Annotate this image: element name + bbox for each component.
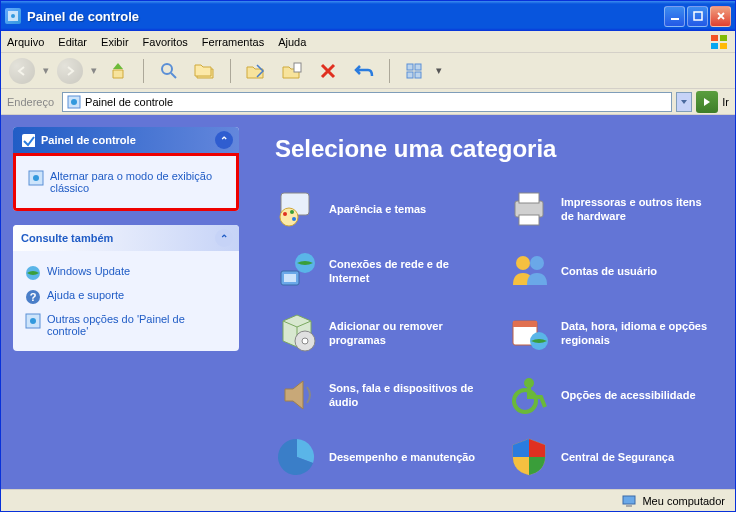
category-grid: Aparência e temas Impressoras e outros i… <box>275 187 711 479</box>
svg-rect-9 <box>294 63 301 72</box>
cat-users[interactable]: Contas de usuário <box>507 249 711 293</box>
sidebar: Painel de controle ⌃ Alternar para o mod… <box>1 115 251 489</box>
svg-rect-31 <box>519 215 539 225</box>
cat-label: Impressoras e outros itens de hardware <box>561 195 711 224</box>
link-text: Outras opções do 'Painel de controle' <box>47 313 227 337</box>
network-icon <box>275 249 319 293</box>
panel-control-panel: Painel de controle ⌃ Alternar para o mod… <box>13 127 239 211</box>
go-label: Ir <box>722 96 729 108</box>
other-options-link[interactable]: Outras opções do 'Painel de controle' <box>25 309 227 341</box>
svg-point-23 <box>30 318 36 324</box>
back-dropdown[interactable]: ▾ <box>43 64 49 77</box>
cat-add-remove[interactable]: Adicionar ou remover programas <box>275 311 479 355</box>
cat-performance[interactable]: Desempenho e manutenção <box>275 435 479 479</box>
cat-security[interactable]: Central de Segurança <box>507 435 711 479</box>
svg-rect-6 <box>711 43 718 49</box>
svg-point-28 <box>292 217 296 221</box>
svg-rect-34 <box>284 274 296 282</box>
collapse-icon[interactable]: ⌃ <box>215 131 233 149</box>
globe-icon <box>25 265 41 281</box>
window: Painel de controle Arquivo Editar Exibir… <box>0 0 736 512</box>
cat-appearance[interactable]: Aparência e temas <box>275 187 479 231</box>
svg-point-42 <box>524 378 534 388</box>
control-panel-icon <box>5 8 21 24</box>
link-text: Alternar para o modo de exibição clássic… <box>50 170 224 194</box>
switch-classic-view-link[interactable]: Alternar para o modo de exibição clássic… <box>28 166 224 198</box>
copy-to-button[interactable] <box>277 56 307 86</box>
forward-button[interactable] <box>55 56 85 86</box>
delete-button[interactable] <box>313 56 343 86</box>
svg-rect-5 <box>720 35 727 41</box>
views-button[interactable] <box>400 56 430 86</box>
statusbar: Meu computador <box>1 489 735 511</box>
check-icon <box>21 133 35 147</box>
svg-point-26 <box>283 212 287 216</box>
addressbar: Endereço Painel de controle Ir <box>1 89 735 115</box>
maximize-button[interactable] <box>687 6 708 27</box>
folders-button[interactable] <box>190 56 220 86</box>
svg-rect-40 <box>513 321 537 327</box>
calendar-globe-icon <box>507 311 551 355</box>
cat-sounds[interactable]: Sons, fala e dispositivos de áudio <box>275 373 479 417</box>
computer-icon <box>622 494 636 508</box>
menubar: Arquivo Editar Exibir Favoritos Ferramen… <box>1 31 735 53</box>
menu-favoritos[interactable]: Favoritos <box>143 36 188 48</box>
pie-chart-icon <box>275 435 319 479</box>
cat-date-time[interactable]: Data, hora, idioma e opções regionais <box>507 311 711 355</box>
svg-rect-44 <box>623 496 635 504</box>
speaker-icon <box>275 373 319 417</box>
cat-label: Adicionar ou remover programas <box>329 319 479 348</box>
collapse-icon[interactable]: ⌃ <box>215 229 233 247</box>
up-button[interactable] <box>103 56 133 86</box>
control-panel-icon <box>25 313 41 329</box>
control-panel-icon <box>67 95 81 109</box>
cat-printers[interactable]: Impressoras e outros itens de hardware <box>507 187 711 231</box>
svg-point-36 <box>530 256 544 270</box>
status-text: Meu computador <box>642 495 725 507</box>
svg-point-18 <box>33 175 39 181</box>
cat-network[interactable]: Conexões de rede e de Internet <box>275 249 479 293</box>
menu-ajuda[interactable]: Ajuda <box>278 36 306 48</box>
panel-header[interactable]: Painel de controle ⌃ <box>13 127 239 153</box>
printer-icon <box>507 187 551 231</box>
minimize-button[interactable] <box>664 6 685 27</box>
search-button[interactable] <box>154 56 184 86</box>
window-title: Painel de controle <box>27 9 664 24</box>
content-area: Painel de controle ⌃ Alternar para o mod… <box>1 115 735 489</box>
main-pane: Selecione uma categoria Aparência e tema… <box>251 115 735 489</box>
close-button[interactable] <box>710 6 731 27</box>
address-field[interactable]: Painel de controle <box>62 92 672 112</box>
menu-editar[interactable]: Editar <box>58 36 87 48</box>
svg-point-1 <box>11 14 15 18</box>
panel-header[interactable]: Consulte também ⌃ <box>13 225 239 251</box>
views-dropdown[interactable]: ▾ <box>436 64 442 77</box>
forward-dropdown[interactable]: ▾ <box>91 64 97 77</box>
palette-icon <box>275 187 319 231</box>
box-cd-icon <box>275 311 319 355</box>
titlebar: Painel de controle <box>1 1 735 31</box>
separator <box>143 59 144 83</box>
svg-rect-2 <box>671 18 679 20</box>
address-label: Endereço <box>7 96 54 108</box>
move-to-button[interactable] <box>241 56 271 86</box>
cat-label: Data, hora, idioma e opções regionais <box>561 319 711 348</box>
undo-button[interactable] <box>349 56 379 86</box>
shield-icon <box>507 435 551 479</box>
windows-update-link[interactable]: Windows Update <box>25 261 227 285</box>
cat-accessibility[interactable]: Opções de acessibilidade <box>507 373 711 417</box>
separator <box>230 59 231 83</box>
menu-exibir[interactable]: Exibir <box>101 36 129 48</box>
back-button[interactable] <box>7 56 37 86</box>
control-panel-icon <box>28 170 44 186</box>
go-button[interactable] <box>696 91 718 113</box>
accessibility-icon <box>507 373 551 417</box>
panel-body: Windows Update ? Ajuda e suporte Outras … <box>13 251 239 351</box>
help-support-link[interactable]: ? Ajuda e suporte <box>25 285 227 309</box>
menu-arquivo[interactable]: Arquivo <box>7 36 44 48</box>
menu-ferramentas[interactable]: Ferramentas <box>202 36 264 48</box>
svg-point-35 <box>516 256 530 270</box>
address-dropdown[interactable] <box>676 92 692 112</box>
window-buttons <box>664 6 731 27</box>
svg-point-43 <box>514 390 536 412</box>
cat-label: Desempenho e manutenção <box>329 450 475 464</box>
